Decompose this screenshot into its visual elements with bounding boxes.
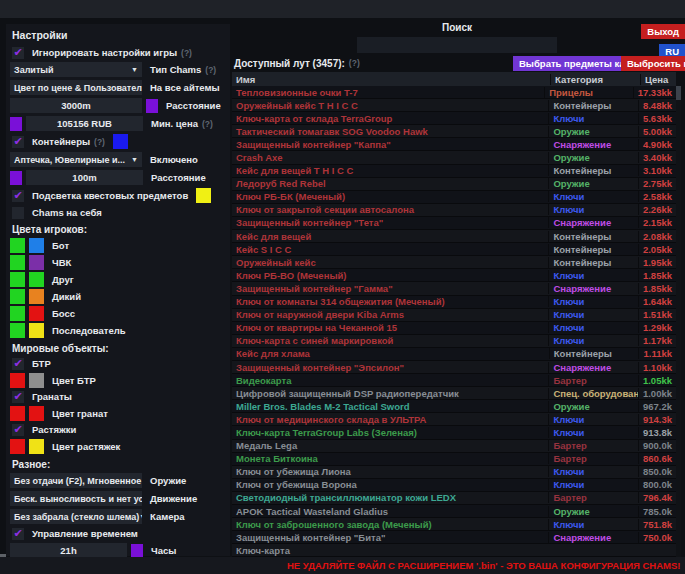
table-row[interactable]: Ключ от комнаты 314 общежития (Меченый) … xyxy=(232,296,676,309)
distance2-input[interactable]: 100m xyxy=(26,170,143,185)
table-row[interactable]: Ключ-карта TerraGroup Labs (Зеленая) Клю… xyxy=(232,426,676,439)
help-icon[interactable]: (?) xyxy=(181,48,192,58)
player-color-swatch[interactable] xyxy=(29,289,44,304)
table-row[interactable]: Ключ-карта с синей маркировкой Ключи 1.1… xyxy=(232,335,676,348)
table-row[interactable]: Кейс для вещей Контейнеры 2.08kk xyxy=(232,230,676,243)
ignore-game-settings-checkbox[interactable]: ✔ xyxy=(12,47,24,59)
help-icon[interactable]: (?) xyxy=(205,65,216,75)
visible-color-swatch[interactable] xyxy=(10,323,25,338)
exit-button[interactable]: Выход xyxy=(641,24,685,39)
grenades-checkbox[interactable]: ✔ xyxy=(12,391,24,403)
weapon-row: Без отдачи (F2), Мгновенное п ▼ Оружие xyxy=(10,473,226,488)
table-row[interactable]: Miller Bros. Blades M-2 Tactical Sword О… xyxy=(232,400,676,413)
table-row[interactable]: Видеокарта Бартер 1.05kk xyxy=(232,374,676,387)
table-row[interactable]: Ключ от квартиры на Чеканной 15 Ключи 1.… xyxy=(232,322,676,335)
table-row[interactable]: Ключ от наружной двери Kiba Arms Ключи 1… xyxy=(232,309,676,322)
btr-color-swatch[interactable] xyxy=(29,373,44,388)
table-row[interactable]: Ледоруб Red Rebel Оружие 2.75kk xyxy=(232,178,676,191)
table-row[interactable]: Кейс S I C C Контейнеры 2.05kk xyxy=(232,243,676,256)
table-row[interactable]: Ключ от убежища Ворона Ключи 800.0k xyxy=(232,479,676,492)
chams-type-dropdown[interactable]: Залитый ▼ xyxy=(10,62,142,77)
camera-dropdown[interactable]: Без забрала (стекло шлема) ▼ xyxy=(10,509,142,524)
table-row[interactable]: Медаль Lega Бартер 900.0k xyxy=(232,440,676,453)
included-dropdown[interactable]: Аптечка, Ювелирные и... ▼ xyxy=(10,152,142,167)
table-row[interactable]: Тепловизионные очки T-7 Прицелы 17.33kk xyxy=(232,86,676,99)
table-row[interactable]: Цифровой защищенный DSP радиопередатчик … xyxy=(232,387,676,400)
player-color-swatch[interactable] xyxy=(29,255,44,270)
player-color-swatch[interactable] xyxy=(29,272,44,287)
table-row[interactable]: Кейс для хлама Контейнеры 1.11kk xyxy=(232,348,676,361)
table-row[interactable]: Защищенный контейнер "Эпсилон" Снаряжени… xyxy=(232,361,676,374)
player-color-swatch[interactable] xyxy=(29,323,44,338)
input-label: Расстояние xyxy=(166,100,221,111)
distance2-color-swatch[interactable] xyxy=(10,171,22,185)
quest-highlight-checkbox[interactable]: ✔ xyxy=(12,190,24,202)
visible-color-swatch[interactable] xyxy=(10,373,25,388)
table-row[interactable]: Ключ от закрытой секции автосалона Ключи… xyxy=(232,204,676,217)
min-price-input[interactable]: 105156 RUB xyxy=(26,116,143,131)
table-row[interactable]: Ключ от заброшенного завода (Меченый) Кл… xyxy=(232,518,676,531)
visible-color-swatch[interactable] xyxy=(10,306,25,321)
table-row[interactable]: Защищенный контейнер "Каппа" Снаряжение … xyxy=(232,138,676,151)
input-label: Расстояние xyxy=(151,172,206,183)
scrollbar-thumb[interactable] xyxy=(676,86,681,100)
search-input[interactable] xyxy=(357,37,557,53)
table-row[interactable]: Защищенный контейнер "Бита" Снаряжение 7… xyxy=(232,531,676,544)
table-row[interactable]: Защищенный контейнер "Гамма" Снаряжение … xyxy=(232,282,676,295)
quest-color-swatch[interactable] xyxy=(196,188,211,203)
visible-color-swatch[interactable] xyxy=(10,238,25,253)
visible-color-swatch[interactable] xyxy=(10,272,25,287)
visible-color-swatch[interactable] xyxy=(10,289,25,304)
tripwires-checkbox[interactable]: ✔ xyxy=(12,424,24,436)
player-color-swatch[interactable] xyxy=(29,238,44,253)
time-control-checkbox[interactable]: ✔ xyxy=(12,528,24,540)
drop-all-button[interactable]: Выбросить все xyxy=(621,56,685,71)
item-name: Ключ-карта от склада TerraGroup xyxy=(232,113,548,124)
table-row[interactable]: Монета Биткоина Бартер 860.6k xyxy=(232,453,676,466)
checkbox-label: Игнорировать настройки игры xyxy=(32,47,177,58)
table-row[interactable]: Тактический томагавк SOG Voodoo Hawk Ору… xyxy=(232,125,676,138)
help-icon[interactable]: (?) xyxy=(94,137,105,147)
min-price-color-swatch[interactable] xyxy=(10,117,22,131)
visible-color-swatch[interactable] xyxy=(10,439,25,454)
column-header-price[interactable]: Цена xyxy=(640,74,676,85)
table-row[interactable]: Crash Axe Оружие 3.40kk xyxy=(232,151,676,164)
table-row[interactable]: APOK Tactical Wasteland Gladius Оружие 7… xyxy=(232,505,676,518)
help-icon[interactable]: (?) xyxy=(202,119,213,129)
weapon-dropdown[interactable]: Без отдачи (F2), Мгновенное п ▼ xyxy=(10,473,142,488)
btr-checkbox[interactable]: ✔ xyxy=(12,358,24,370)
table-row[interactable]: Ключ РБ-БК (Меченый) Ключи 2.58kk xyxy=(232,191,676,204)
distance-color-swatch[interactable] xyxy=(146,99,158,113)
visible-color-swatch[interactable] xyxy=(10,406,25,421)
item-category: Снаряжение xyxy=(548,139,638,150)
table-row[interactable]: Ключ от убежища Лиона Ключи 850.0k xyxy=(232,466,676,479)
distance2-row: 100m Расстояние xyxy=(10,170,226,185)
distance-input[interactable]: 3000m xyxy=(10,98,142,113)
hours-input[interactable]: 21h xyxy=(10,543,127,558)
player-color-swatch[interactable] xyxy=(29,306,44,321)
containers-color-swatch[interactable] xyxy=(113,134,128,149)
chams-self-checkbox[interactable] xyxy=(12,207,24,219)
visible-color-swatch[interactable] xyxy=(10,255,25,270)
hours-color-swatch[interactable] xyxy=(131,544,143,558)
containers-checkbox[interactable]: ✔ xyxy=(12,136,24,148)
help-icon[interactable]: (?) xyxy=(349,58,360,69)
table-scrollbar[interactable] xyxy=(676,86,681,557)
table-row[interactable]: Ключ от медицинского склада в УЛЬТРА Клю… xyxy=(232,413,676,426)
movement-dropdown[interactable]: Беск. выносливость и нет уста: ▼ xyxy=(10,491,142,506)
table-row[interactable]: Оружейный кейс T H I C C Контейнеры 8.48… xyxy=(232,99,676,112)
grenade-color-swatch[interactable] xyxy=(29,406,44,421)
table-row[interactable]: Защищенный контейнер "Тета" Снаряжение 2… xyxy=(232,217,676,230)
table-row[interactable]: Оружейный кейс Контейнеры 1.95kk xyxy=(232,256,676,269)
all-items-dropdown[interactable]: Цвет по цене & Пользователь ▼ xyxy=(10,80,142,95)
dropdown-label: Движение xyxy=(150,493,197,504)
item-name: Тактический томагавк SOG Voodoo Hawk xyxy=(232,126,548,137)
table-row[interactable]: Ключ-карта от склада TerraGroup Ключи 5.… xyxy=(232,112,676,125)
column-header-category[interactable]: Категория xyxy=(550,74,640,85)
table-row[interactable]: Ключ-карта xyxy=(232,544,676,557)
table-row[interactable]: Кейс для вещей T H I C C Контейнеры 3.10… xyxy=(232,165,676,178)
tripwire-color-swatch[interactable] xyxy=(29,439,44,454)
table-row[interactable]: Ключ РБ-ВО (Меченый) Ключи 1.85kk xyxy=(232,269,676,282)
column-header-name[interactable]: Имя xyxy=(232,74,550,85)
table-row[interactable]: Светодиодный трансиллюминатор кожи LEDX … xyxy=(232,492,676,505)
